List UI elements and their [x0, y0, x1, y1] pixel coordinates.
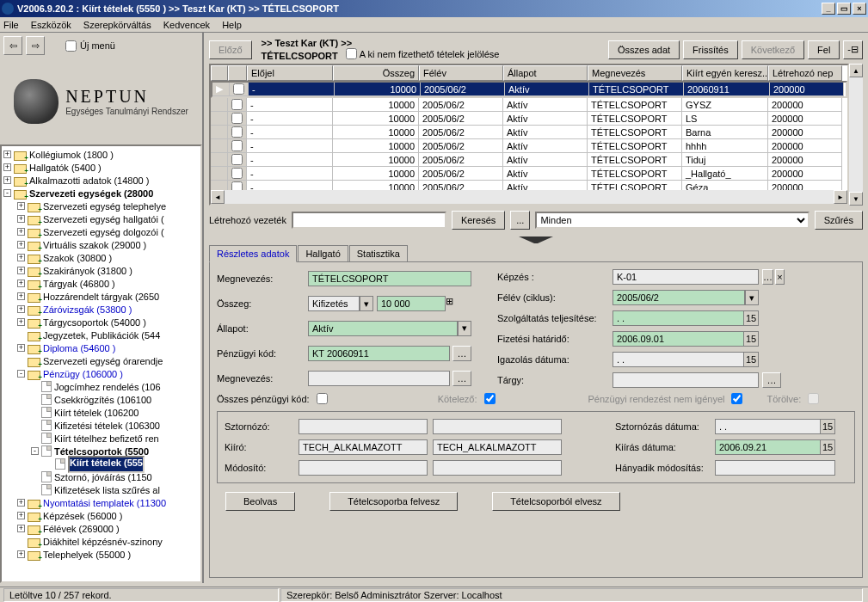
tree-node[interactable]: Jogcímhez rendelés (106 — [2, 380, 200, 393]
tree-node[interactable]: +Szervezeti egység telephelye — [2, 200, 200, 212]
tree-node[interactable]: +Hallgatók (5400 ) — [2, 161, 200, 174]
grid-header[interactable] — [228, 65, 247, 81]
tree-node[interactable]: -Pénzügy (106000 ) — [2, 367, 200, 380]
grid-header[interactable]: Félév — [419, 65, 503, 81]
table-row[interactable]: -100002005/06/2AktívTÉTELCSOPORTTiduj200… — [211, 153, 847, 167]
splitter-grip-icon[interactable] — [519, 236, 553, 243]
dropdown-icon[interactable]: ▾ — [745, 290, 759, 305]
maximize-button[interactable]: ▭ — [837, 3, 851, 15]
minimize-button[interactable]: _ — [822, 3, 835, 15]
kotelezo-checkbox[interactable] — [484, 393, 496, 404]
all-data-button[interactable]: Összes adat — [608, 40, 680, 59]
tree-node[interactable]: +Szervezeti egység dolgozói ( — [2, 225, 200, 238]
calendar-icon[interactable]: 15 — [743, 310, 759, 326]
tree-node[interactable]: Kifizetések lista szűrés al — [2, 483, 200, 496]
tree-node[interactable]: Sztornó, jóváírás (1150 — [2, 470, 200, 483]
felev-select[interactable]: 2005/06/2 — [613, 290, 745, 305]
grid-header[interactable] — [211, 65, 228, 81]
igaz-date[interactable]: . . — [613, 352, 744, 367]
tree-node[interactable]: +Virtuális szakok (29000 ) — [2, 238, 200, 251]
hatar-date[interactable]: 2006.09.01 — [613, 331, 744, 347]
kepzes-browse-button[interactable]: … — [762, 269, 773, 285]
dropdown-icon[interactable]: ▾ — [458, 321, 471, 336]
grid-header[interactable]: Létrehozó nep — [768, 65, 842, 81]
tree-node[interactable]: Kiírt tételek (555 — [2, 458, 200, 470]
pkod-browse-button[interactable]: … — [452, 346, 471, 361]
refresh-button[interactable]: Frissítés — [683, 40, 738, 59]
up-button[interactable]: Fel — [808, 40, 840, 59]
kepzes-clear-button[interactable]: × — [775, 269, 785, 285]
read-button[interactable]: Beolvas — [225, 492, 295, 511]
tab-details[interactable]: Részletes adatok — [209, 245, 297, 262]
tree-node[interactable]: +Szakirányok (31800 ) — [2, 264, 200, 277]
grid-header[interactable]: Állapot — [503, 65, 588, 81]
tree-node[interactable]: +Diploma (54600 ) — [2, 341, 200, 354]
calc-icon[interactable]: ⊞ — [446, 296, 453, 311]
menu-fav[interactable]: Kedvencek — [163, 20, 210, 30]
remove-from-group-button[interactable]: Tételcsoporból elvesz — [492, 492, 619, 511]
filter-select[interactable]: Minden — [535, 212, 809, 229]
dropdown-icon[interactable]: ▾ — [360, 296, 373, 311]
osszes-checkbox[interactable] — [317, 393, 328, 404]
szolg-date[interactable]: . . — [613, 310, 744, 326]
nav-tree[interactable]: +Kollégiumok (1800 )+Hallgatók (5400 )+A… — [0, 144, 202, 583]
tree-node[interactable]: +Kollégiumok (1800 ) — [2, 148, 200, 161]
table-row[interactable]: -100002005/06/2AktívTÉTELCSOPORTBarna200… — [211, 126, 847, 139]
calendar-icon[interactable]: 15 — [743, 352, 759, 367]
tree-node[interactable]: Csekkrögzítés (106100 — [2, 393, 200, 406]
table-row[interactable]: -100002005/06/2AktívTÉTELCSOPORThhhh2000… — [211, 139, 847, 153]
close-button[interactable]: × — [853, 3, 866, 15]
table-row[interactable]: ▶-100002005/06/2AktívTÉTELCSOPORT2006091… — [211, 81, 847, 98]
new-menu-checkbox[interactable] — [65, 40, 77, 52]
targy-browse-button[interactable]: … — [762, 372, 781, 388]
tree-node[interactable]: +Záróvizsgák (53800 ) — [2, 303, 200, 316]
grid-header[interactable]: Előjel — [247, 65, 333, 81]
tree-node[interactable]: +Nyomtatási templatek (11300 — [2, 496, 200, 509]
filter-dots-button[interactable]: ... — [510, 211, 530, 230]
table-row[interactable]: -100002005/06/2AktívTÉTELCSOPORTLS200000 — [211, 112, 847, 126]
tree-node[interactable]: Kiírt tételek (106200 — [2, 406, 200, 419]
prni-checkbox[interactable] — [731, 393, 742, 404]
tree-node[interactable]: Jegyzetek, Publikációk (544 — [2, 329, 200, 341]
tree-node[interactable]: +Tárgyak (46800 ) — [2, 277, 200, 290]
tree-node[interactable]: Szervezeti egység órarendje — [2, 354, 200, 367]
data-grid[interactable]: ElőjelÖsszegFélévÁllapotMegnevezésKiírt … — [209, 64, 849, 206]
search-button[interactable]: Keresés — [452, 211, 505, 230]
tree-node[interactable]: Kiírt tételhez befizető ren — [2, 432, 200, 445]
menu-tools[interactable]: Eszközök — [31, 20, 71, 30]
menu-role[interactable]: Szerepkörváltás — [83, 20, 151, 30]
tree-node[interactable]: +Hozzárendelt tárgyak (2650 — [2, 290, 200, 303]
tree-node[interactable]: +Szakok (30800 ) — [2, 251, 200, 264]
vscroll-down[interactable]: ▼ — [849, 192, 863, 206]
add-to-group-button[interactable]: Tételcsoporba felvesz — [329, 492, 458, 511]
tree-node[interactable]: Kifizetési tételek (106300 — [2, 419, 200, 432]
osszeg-type-select[interactable]: Kifizetés — [308, 296, 360, 311]
tree-node[interactable]: Diákhitel képzésnév-szinony — [2, 535, 200, 548]
nav-fwd-button[interactable]: ⇨ — [26, 36, 45, 55]
grid-header[interactable]: Összeg — [333, 65, 419, 81]
tree-node[interactable]: +Szervezeti egység hallgatói ( — [2, 212, 200, 225]
nav-back-button[interactable]: ⇦ — [3, 36, 22, 55]
megnevezes2-browse-button[interactable]: … — [452, 371, 471, 386]
tree-node[interactable]: +Képzések (56000 ) — [2, 509, 200, 522]
tree-node[interactable]: +Félévek (269000 ) — [2, 522, 200, 535]
grid-header[interactable]: Kiírt egyén keresz... — [682, 65, 768, 81]
nopay-checkbox[interactable] — [346, 48, 357, 59]
tree-node[interactable]: +Telephelyek (55000 ) — [2, 548, 200, 561]
menu-help[interactable]: Help — [222, 20, 242, 30]
allapot-select[interactable]: Aktív — [308, 321, 458, 336]
filter-apply-button[interactable]: Szűrés — [815, 211, 863, 230]
filter-input[interactable] — [292, 212, 446, 229]
table-row[interactable]: -100002005/06/2AktívTÉTELCSOPORT_Hallgat… — [211, 167, 847, 181]
hscroll-left[interactable]: ◄ — [211, 190, 225, 204]
tree-node[interactable]: +Tárgycsoportok (54000 ) — [2, 316, 200, 329]
next-button[interactable]: Következő — [742, 40, 804, 59]
tree-node[interactable]: +Alkalmazotti adatok (14800 ) — [2, 174, 200, 187]
prev-button[interactable]: Előző — [209, 40, 252, 59]
pin-button[interactable]: -⊟ — [843, 40, 863, 59]
tab-student[interactable]: Hallgató — [298, 245, 348, 261]
calendar-icon[interactable]: 15 — [743, 331, 759, 347]
menu-file[interactable]: File — [3, 20, 19, 30]
tree-node[interactable]: -Szervezeti egységek (28000 — [2, 187, 200, 200]
grid-header[interactable]: Megnevezés — [588, 65, 682, 81]
